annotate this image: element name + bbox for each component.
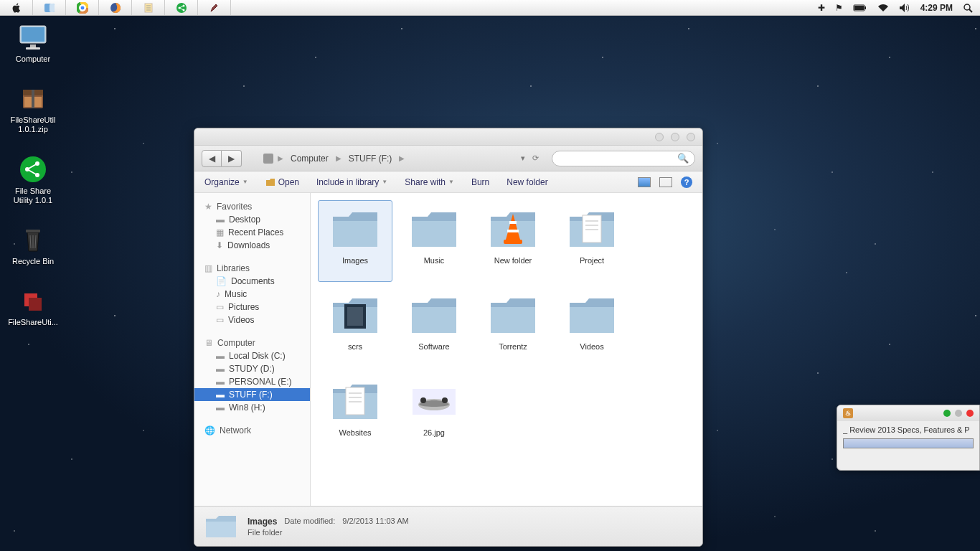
file-item-scrs[interactable]: scrs — [318, 286, 392, 368]
file-item-websites[interactable]: Websites — [318, 372, 392, 454]
menubar-status: ✚ ⚑ 4:29 PM — [818, 3, 980, 13]
breadcrumb-current[interactable]: STUFF (F:) — [346, 152, 395, 165]
desktop-icon-recycle[interactable]: Recycle Bin — [4, 224, 62, 266]
svg-point-59 — [420, 397, 426, 403]
chrome-icon[interactable] — [66, 0, 99, 15]
sidebar-item-desktop[interactable]: ▬Desktop — [194, 213, 310, 226]
file-label: scrs — [348, 342, 362, 351]
nav-back-button[interactable]: ◀ — [202, 150, 222, 167]
desktop-icon-share[interactable]: File Share Utility 1.0.1 — [4, 154, 62, 205]
search-input[interactable] — [558, 154, 677, 163]
sidebar-item-videos[interactable]: ▭Videos — [194, 314, 310, 326]
sidebar-item-recent[interactable]: ▦Recent Places — [194, 226, 310, 239]
svg-point-13 — [176, 3, 187, 13]
file-item-torrentz[interactable]: Torrentz — [476, 286, 550, 368]
wifi-icon[interactable] — [877, 4, 889, 12]
sidebar-network[interactable]: 🌐Network — [194, 424, 310, 437]
open-button[interactable]: Open — [265, 177, 299, 187]
svg-rect-43 — [29, 298, 42, 311]
desktop-background: ✚ ⚑ 4:29 PM Computer FileShareUtil 1.0.1… — [0, 0, 980, 551]
file-label: Websites — [339, 428, 371, 437]
svg-rect-27 — [26, 47, 40, 50]
maximize-dot[interactable] — [955, 410, 962, 417]
refresh-icon[interactable]: ⟳ — [532, 154, 539, 163]
sidebar-item-win8[interactable]: ▬Win8 (H:) — [194, 401, 310, 414]
sidebar-item-stuff[interactable]: ▬STUFF (F:) — [194, 388, 310, 401]
sidebar-item-pictures[interactable]: ▭Pictures — [194, 301, 310, 314]
file-item-project[interactable]: Project — [555, 200, 629, 282]
add-icon[interactable]: ✚ — [818, 3, 825, 13]
include-library-button[interactable]: Include in library▼ — [316, 177, 387, 187]
file-item-music[interactable]: Music — [397, 200, 471, 282]
file-item-images[interactable]: Images — [318, 200, 392, 282]
window-maximize[interactable] — [671, 133, 679, 141]
help-icon[interactable]: ? — [681, 176, 692, 188]
progress-titlebar[interactable]: ♨ — [837, 405, 979, 421]
details-pane: Images Date modified: 9/2/2013 11:03 AM … — [194, 506, 702, 546]
firefox-icon[interactable] — [99, 0, 132, 15]
notes-icon[interactable] — [132, 0, 165, 15]
desktop-icon-computer[interactable]: Computer — [4, 22, 62, 64]
burn-button[interactable]: Burn — [471, 177, 489, 187]
window-titlebar[interactable] — [194, 128, 702, 146]
apple-menu-icon[interactable] — [0, 0, 33, 15]
share-with-button[interactable]: Share with▼ — [405, 177, 454, 187]
window-minimize[interactable] — [655, 133, 664, 141]
desktop-icon-label: Computer — [16, 55, 50, 64]
status-name: Images — [248, 517, 277, 527]
volume-icon[interactable] — [899, 3, 910, 13]
file-item-26-jpg[interactable]: 26.jpg — [397, 372, 471, 454]
minimize-dot[interactable] — [943, 410, 951, 417]
sidebar-item-personal[interactable]: ▬PERSONAL (E:) — [194, 375, 310, 388]
breadcrumb-computer[interactable]: Computer — [288, 152, 331, 165]
preview-pane-button[interactable] — [659, 177, 672, 187]
status-folder-icon — [204, 513, 237, 540]
sidebar-item-music[interactable]: ♪Music — [194, 288, 310, 301]
close-dot[interactable] — [966, 410, 974, 417]
share-app-icon[interactable] — [165, 0, 198, 15]
sidebar-item-study[interactable]: ▬STUDY (D:) — [194, 362, 310, 375]
desktop-icon-app[interactable]: FileShareUti... — [4, 285, 62, 327]
file-grid: ImagesMusicNew folderProjectscrsSoftware… — [318, 200, 695, 454]
sidebar-item-downloads[interactable]: ⬇Downloads — [194, 239, 310, 252]
sidebar-item-localdisk[interactable]: ▬Local Disk (C:) — [194, 349, 310, 362]
clock[interactable]: 4:29 PM — [920, 3, 953, 13]
desktop-icon-zip[interactable]: FileShareUtil 1.0.1.zip — [4, 83, 62, 134]
svg-point-60 — [442, 397, 448, 403]
explorer-content[interactable]: ImagesMusicNew folderProjectscrsSoftware… — [311, 193, 702, 506]
battery-icon[interactable] — [853, 4, 867, 12]
sidebar-favorites[interactable]: ★Favorites — [194, 200, 310, 213]
svg-rect-20 — [864, 6, 866, 9]
menubar-app-icons — [0, 0, 231, 15]
file-icon — [407, 290, 461, 340]
breadcrumb-dropdown-icon[interactable]: ▾ — [521, 154, 525, 163]
java-progress-window[interactable]: ♨ _ Review 2013 Specs, Features & P — [837, 405, 980, 471]
new-folder-button[interactable]: New folder — [507, 177, 547, 187]
java-icon: ♨ — [843, 408, 853, 418]
spotlight-icon[interactable] — [963, 3, 973, 13]
file-item-software[interactable]: Software — [397, 286, 471, 368]
svg-rect-21 — [854, 6, 864, 10]
flag-icon[interactable]: ⚑ — [835, 3, 843, 13]
search-icon[interactable]: 🔍 — [677, 153, 689, 164]
svg-rect-1 — [50, 4, 55, 12]
file-item-new-folder[interactable]: New folder — [476, 200, 550, 282]
nav-forward-button[interactable]: ▶ — [222, 150, 242, 167]
file-icon — [486, 204, 540, 254]
finder-icon[interactable] — [33, 0, 66, 15]
file-label: Software — [418, 342, 449, 351]
file-item-videos[interactable]: Videos — [555, 286, 629, 368]
sidebar-computer[interactable]: 🖥Computer — [194, 336, 310, 349]
svg-rect-44 — [509, 221, 517, 224]
file-label: 26.jpg — [423, 428, 445, 437]
window-close[interactable] — [687, 133, 695, 141]
brush-icon[interactable] — [198, 0, 231, 15]
view-button[interactable] — [638, 177, 651, 187]
sidebar-item-documents[interactable]: 📄Documents — [194, 275, 310, 288]
organize-button[interactable]: Organize▼ — [204, 177, 248, 187]
progress-text: _ Review 2013 Specs, Features & P — [843, 425, 974, 434]
sidebar-libraries[interactable]: ▥Libraries — [194, 262, 310, 275]
search-box[interactable]: 🔍 — [552, 151, 695, 166]
svg-point-32 — [20, 156, 46, 182]
svg-rect-46 — [504, 240, 522, 244]
